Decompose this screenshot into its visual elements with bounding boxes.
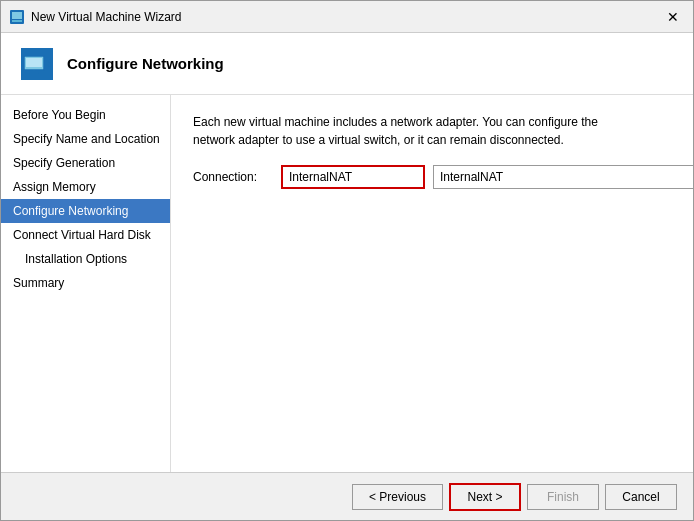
svg-point-9 (49, 59, 52, 62)
title-bar-left: New Virtual Machine Wizard (9, 9, 182, 25)
sidebar-item-summary[interactable]: Summary (1, 271, 170, 295)
svg-rect-1 (12, 12, 22, 19)
title-bar: New Virtual Machine Wizard ✕ (1, 1, 693, 33)
description-text: Each new virtual machine includes a netw… (193, 113, 623, 149)
header-icon (21, 48, 53, 80)
window-icon (9, 9, 25, 25)
wizard-content: Each new virtual machine includes a netw… (171, 95, 693, 472)
next-button[interactable]: Next > (449, 483, 521, 511)
close-button[interactable]: ✕ (661, 7, 685, 27)
sidebar-item-configure-networking[interactable]: Configure Networking (1, 199, 170, 223)
connection-input-wrapper (281, 165, 425, 189)
finish-button[interactable]: Finish (527, 484, 599, 510)
previous-button[interactable]: < Previous (352, 484, 443, 510)
sidebar-item-specify-name[interactable]: Specify Name and Location (1, 127, 170, 151)
wizard-nav: Before You Begin Specify Name and Locati… (1, 95, 171, 472)
svg-point-10 (49, 63, 52, 66)
page-title: Configure Networking (67, 55, 224, 72)
sidebar-item-assign-memory[interactable]: Assign Memory (1, 175, 170, 199)
sidebar-item-installation-options[interactable]: Installation Options (1, 247, 170, 271)
wizard-body: Before You Begin Specify Name and Locati… (1, 95, 693, 472)
sidebar-item-connect-virtual-hard-disk[interactable]: Connect Virtual Hard Disk (1, 223, 170, 247)
sidebar-item-before-you-begin[interactable]: Before You Begin (1, 103, 170, 127)
connection-select[interactable]: InternalNAT Not Connected Default Switch (434, 166, 693, 188)
wizard-header: Configure Networking (1, 33, 693, 95)
svg-rect-6 (29, 72, 39, 74)
wizard-footer: < Previous Next > Finish Cancel (1, 472, 693, 520)
sidebar-item-specify-generation[interactable]: Specify Generation (1, 151, 170, 175)
svg-rect-4 (26, 58, 42, 67)
window-title: New Virtual Machine Wizard (31, 10, 182, 24)
connection-label: Connection: (193, 170, 273, 184)
connection-row: Connection: InternalNAT Not Connected De… (193, 165, 671, 189)
connection-input[interactable] (283, 167, 423, 187)
connection-dropdown[interactable]: InternalNAT Not Connected Default Switch… (433, 165, 693, 189)
cancel-button[interactable]: Cancel (605, 484, 677, 510)
svg-rect-2 (12, 20, 22, 22)
wizard-window: New Virtual Machine Wizard ✕ Configure N… (0, 0, 694, 521)
